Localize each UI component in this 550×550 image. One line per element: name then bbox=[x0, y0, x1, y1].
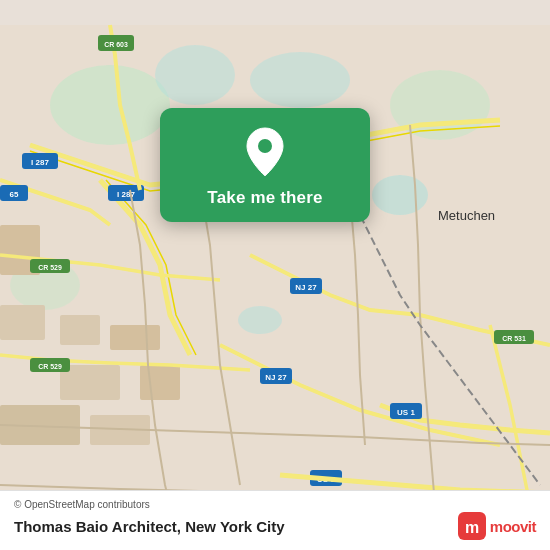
svg-text:US 1: US 1 bbox=[397, 408, 415, 417]
svg-text:NJ 27: NJ 27 bbox=[295, 283, 317, 292]
svg-point-5 bbox=[372, 175, 428, 215]
svg-point-7 bbox=[238, 306, 282, 334]
svg-rect-9 bbox=[110, 325, 160, 350]
popup-card: Take me there bbox=[160, 108, 370, 222]
svg-point-3 bbox=[250, 52, 350, 108]
svg-point-1 bbox=[50, 65, 170, 145]
map-svg: I 287 I 287 CR 603 65 CR 529 CR 529 NJ 2… bbox=[0, 0, 550, 550]
svg-point-39 bbox=[258, 139, 272, 153]
svg-text:CR 531: CR 531 bbox=[502, 335, 526, 342]
pin-icon bbox=[239, 126, 291, 178]
place-name-row: Thomas Baio Architect, New York City m m… bbox=[14, 512, 536, 540]
svg-rect-11 bbox=[140, 365, 180, 400]
moovit-icon: m bbox=[458, 512, 486, 540]
svg-text:65: 65 bbox=[10, 190, 19, 199]
svg-text:I 287: I 287 bbox=[31, 158, 49, 167]
svg-text:m: m bbox=[465, 519, 479, 536]
svg-rect-15 bbox=[0, 305, 45, 340]
map-container: I 287 I 287 CR 603 65 CR 529 CR 529 NJ 2… bbox=[0, 0, 550, 550]
svg-rect-8 bbox=[60, 315, 100, 345]
attribution: © OpenStreetMap contributors bbox=[14, 499, 536, 510]
bottom-bar: © OpenStreetMap contributors Thomas Baio… bbox=[0, 490, 550, 550]
svg-text:CR 603: CR 603 bbox=[104, 41, 128, 48]
svg-text:I 287: I 287 bbox=[117, 190, 135, 199]
svg-text:NJ 27: NJ 27 bbox=[265, 373, 287, 382]
svg-text:CR 529: CR 529 bbox=[38, 363, 62, 370]
place-name: Thomas Baio Architect, New York City bbox=[14, 518, 285, 535]
svg-point-2 bbox=[155, 45, 235, 105]
svg-text:Metuchen: Metuchen bbox=[438, 208, 495, 223]
svg-text:CR 529: CR 529 bbox=[38, 264, 62, 271]
take-me-there-button[interactable]: Take me there bbox=[207, 188, 322, 208]
moovit-logo: m moovit bbox=[458, 512, 536, 540]
moovit-text: moovit bbox=[490, 518, 536, 535]
